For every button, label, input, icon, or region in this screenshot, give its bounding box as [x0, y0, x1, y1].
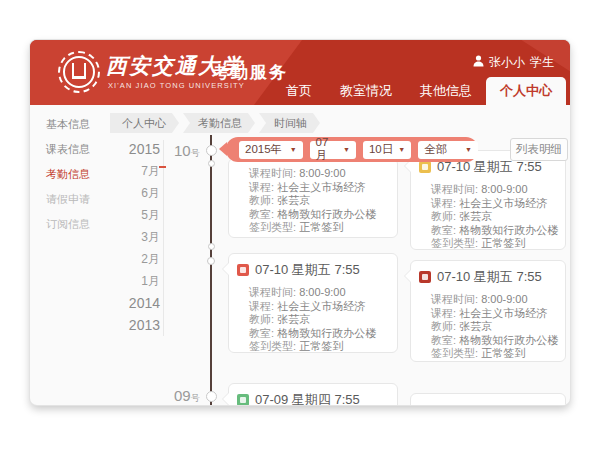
user-info[interactable]: 张小小 学生: [473, 54, 554, 71]
timeline-nav-track: [163, 140, 164, 336]
timeline-year-month-nav: 2015 7月 6月 5月 3月 2月 1月 2014 2013: [114, 138, 160, 336]
breadcrumb: 个人中心 考勤信息 时间轴: [110, 113, 324, 133]
timeline-filter-bar: 2015年▼ 07月▼ 10日▼ 全部▼: [226, 137, 478, 162]
status-stamp-icon: [419, 161, 431, 173]
breadcrumb-attendance[interactable]: 考勤信息: [183, 113, 255, 133]
chevron-down-icon: ▼: [465, 146, 472, 153]
timeline-dot: [208, 243, 215, 250]
type-dropdown[interactable]: 全部▼: [418, 141, 478, 159]
filter-pointer: [219, 142, 227, 156]
attendance-card[interactable]: [410, 393, 566, 405]
sidebar-item-leave-request[interactable]: 请假申请: [46, 187, 122, 212]
attendance-card[interactable]: 07-10 星期五 7:55 课程时间: 8:00-9:00 课程: 社会主义市…: [228, 253, 398, 353]
nav-personal-center[interactable]: 个人中心: [486, 77, 566, 105]
sidebar-item-attendance[interactable]: 考勤信息: [46, 162, 122, 187]
timeline-axis: [210, 135, 212, 405]
timeline-nav-jan[interactable]: 1月: [114, 270, 160, 292]
chevron-down-icon: ▼: [398, 146, 405, 153]
app-window: 西安交通大学 XI'AN JIAO TONG UNIVERSITY 考勤服务 张…: [30, 40, 570, 405]
card-title: 07-10 星期五 7:55: [437, 268, 542, 286]
card-title: 07-10 星期五 7:55: [255, 261, 360, 279]
year-dropdown[interactable]: 2015年▼: [239, 141, 303, 159]
timeline-nav-2014[interactable]: 2014: [114, 292, 160, 314]
timeline-nav-may[interactable]: 5月: [114, 204, 160, 226]
day-marker-09: 09号: [174, 387, 208, 405]
sidebar-item-subscription[interactable]: 订阅信息: [46, 212, 122, 237]
attendance-card[interactable]: 07-10 星期五 7:55 课程时间: 8:00-9:00 课程: 社会主义市…: [410, 150, 566, 250]
status-stamp-icon: [237, 264, 249, 276]
timeline-dot: [206, 145, 217, 156]
list-detail-button[interactable]: 列表明细: [510, 138, 568, 161]
month-dropdown[interactable]: 07月▼: [310, 141, 356, 159]
main-nav: 首页 教室情况 其他信息 个人中心: [272, 77, 566, 105]
breadcrumb-personal-center[interactable]: 个人中心: [110, 113, 179, 133]
attendance-card[interactable]: 课程时间: 8:00-9:00 课程: 社会主义市场经济 教师: 张芸京 教室:…: [228, 158, 398, 238]
user-name: 张小小: [489, 54, 525, 71]
breadcrumb-timeline[interactable]: 时间轴: [259, 113, 320, 133]
timeline-nav-feb[interactable]: 2月: [114, 248, 160, 270]
day-dropdown[interactable]: 10日▼: [363, 141, 411, 159]
user-role: 学生: [530, 54, 554, 71]
attendance-card[interactable]: 07-10 星期五 7:55 课程时间: 8:00-9:00 课程: 社会主义市…: [410, 260, 566, 362]
person-icon: [473, 55, 484, 70]
nav-other-info[interactable]: 其他信息: [406, 77, 486, 105]
sidebar-item-schedule[interactable]: 课表信息: [46, 137, 122, 162]
status-stamp-icon: [419, 271, 431, 283]
timeline-nav-2013[interactable]: 2013: [114, 314, 160, 336]
timeline-nav-jun[interactable]: 6月: [114, 182, 160, 204]
status-stamp-icon: [237, 394, 249, 405]
timeline-nav-2015[interactable]: 2015: [114, 138, 160, 160]
timeline-dot: [206, 391, 217, 402]
card-title: 07-09 星期四 7:55: [255, 391, 360, 405]
attendance-card[interactable]: 07-09 星期四 7:55: [228, 383, 398, 405]
current-month-tick: [159, 166, 166, 168]
nav-classrooms[interactable]: 教室情况: [326, 77, 406, 105]
timeline-nav-jul[interactable]: 7月: [114, 160, 160, 182]
chevron-down-icon: ▼: [290, 146, 297, 153]
app-header: 西安交通大学 XI'AN JIAO TONG UNIVERSITY 考勤服务 张…: [30, 40, 570, 105]
university-logo-icon: [58, 51, 100, 93]
timeline-dot: [207, 257, 215, 265]
timeline-dot: [208, 160, 215, 167]
day-marker-10: 10号: [174, 142, 208, 160]
nav-home[interactable]: 首页: [272, 77, 326, 105]
chevron-down-icon: ▼: [343, 146, 350, 153]
timeline-nav-mar[interactable]: 3月: [114, 226, 160, 248]
screen: 西安交通大学 XI'AN JIAO TONG UNIVERSITY 考勤服务 张…: [0, 0, 600, 450]
